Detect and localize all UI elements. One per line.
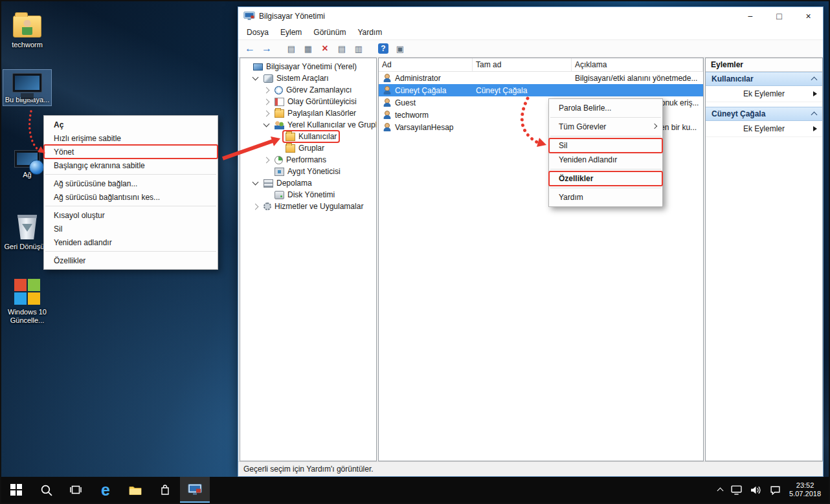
context-menu-item-label: Hızlı erişime sabitle <box>54 134 121 143</box>
tree-item[interactable]: Gruplar <box>240 142 376 154</box>
minimize-button[interactable]: − <box>735 7 765 25</box>
context-menu-item[interactable]: Yardım <box>549 190 662 204</box>
context-menu-item[interactable]: Özellikler <box>549 171 662 186</box>
context-menu-item[interactable]: Özellikler <box>44 254 218 267</box>
screen: techworm Bu bilgisaya... Ağ Geri Dönüşü.… <box>0 0 830 504</box>
action-center-icon[interactable] <box>770 485 781 495</box>
edge-button[interactable]: e <box>91 477 120 503</box>
tree-item[interactable]: Görev Zamanlayıcı <box>240 84 376 96</box>
folder-icon <box>286 144 295 153</box>
context-menu-item[interactable]: Parola Belirle... <box>549 101 662 115</box>
desktop-icon[interactable]: techworm <box>3 10 51 50</box>
tree-item[interactable]: Paylaşılan Klasörler <box>240 107 376 119</box>
context-menu-item[interactable]: Ağ sürücüsü bağlantısını kes... <box>44 190 218 204</box>
properties-icon[interactable]: ▦ <box>300 41 316 56</box>
column-header[interactable]: Açıklama <box>572 58 703 71</box>
network-icon[interactable] <box>731 485 742 495</box>
volume-icon[interactable] <box>750 485 761 495</box>
context-menu-item[interactable]: Sil <box>549 138 662 153</box>
forward-icon[interactable]: → <box>259 41 275 56</box>
file-explorer-button[interactable] <box>120 477 150 503</box>
taskbar-clock[interactable]: 23:52 5.07.2018 <box>789 481 821 498</box>
tray-chevron-up-icon[interactable] <box>717 488 724 494</box>
actions-gap <box>706 102 822 107</box>
context-menu-item[interactable]: Yeniden Adlandır <box>549 153 662 167</box>
tree-item[interactable]: Disk Yönetimi <box>240 189 376 201</box>
expand-chevron-icon[interactable] <box>264 157 270 163</box>
user-icon <box>382 74 392 82</box>
context-menu-item[interactable]: Tüm Görevler <box>549 120 662 134</box>
desktop-icon[interactable]: Bu bilgisaya... <box>3 70 51 105</box>
context-menu-item[interactable]: Yeniden adlandır <box>44 236 218 249</box>
context-menu-item[interactable]: Hızlı erişime sabitle <box>44 131 218 145</box>
menu-bar-item[interactable]: Görünüm <box>308 27 352 38</box>
collapse-chevron-icon[interactable] <box>811 77 818 83</box>
menu-bar-item[interactable]: Dosya <box>241 27 275 38</box>
context-menu-item[interactable]: Aç <box>44 118 218 131</box>
menu-bar-item[interactable]: Eylem <box>275 27 308 38</box>
action-pane-icon[interactable]: ▣ <box>392 41 408 56</box>
expand-chevron-icon[interactable] <box>264 110 270 116</box>
title-bar[interactable]: Bilgisayar Yönetimi − □ × <box>238 7 823 25</box>
tree-item[interactable]: Bilgisayar Yönetimi (Yerel) <box>240 61 376 72</box>
usersgroups-icon <box>275 121 284 129</box>
tree-item[interactable]: Depolama <box>240 177 376 189</box>
column-header[interactable]: Ad <box>379 58 473 71</box>
column-header[interactable]: Tam ad <box>473 58 572 71</box>
more-actions-selected-user[interactable]: Ek Eylemler <box>706 121 822 137</box>
menu-separator <box>45 251 216 252</box>
more-actions-users[interactable]: Ek Eylemler <box>706 86 822 102</box>
tree-item-label: Hizmetler ve Uygulamalar <box>275 202 363 211</box>
user-row[interactable]: Administrator Bilgisayarı/etki alanını y… <box>379 72 703 84</box>
context-menu-item[interactable]: Yönet <box>44 145 218 159</box>
expand-chevron-icon[interactable] <box>264 121 270 127</box>
list-view-icon[interactable]: ▤ <box>334 41 350 56</box>
expand-chevron-icon[interactable] <box>264 87 270 93</box>
show-console-tree-icon[interactable]: ▤ <box>284 41 299 56</box>
network-icon <box>14 150 40 168</box>
help-icon[interactable]: ? <box>376 41 391 56</box>
tree-item-label: Sistem Araçları <box>276 74 329 83</box>
start-button[interactable] <box>1 477 31 503</box>
expand-chevron-icon[interactable] <box>252 179 259 186</box>
collapse-chevron-icon[interactable] <box>811 112 818 118</box>
task-view-button[interactable] <box>61 477 91 503</box>
actions-group-selected-user[interactable]: Cüneyt Çağala <box>706 107 822 121</box>
computer-management-taskbar-button[interactable] <box>180 477 210 503</box>
actions-group-users[interactable]: Kullanıcılar <box>706 72 822 86</box>
context-menu-item[interactable]: Sil <box>44 222 218 236</box>
expand-chevron-icon[interactable] <box>252 74 259 81</box>
task-view-icon <box>70 484 82 496</box>
user-context-menu: Parola Belirle... Tüm Görevler Sil Yenid… <box>548 98 663 207</box>
context-menu-item[interactable]: Kısayol oluştur <box>44 208 218 222</box>
tree-item[interactable]: Performans <box>240 154 376 166</box>
user-icon <box>382 86 392 94</box>
back-icon[interactable]: ← <box>242 41 258 56</box>
user-row[interactable]: Cüneyt Çağala Cüneyt Çağala <box>379 84 703 96</box>
storage-icon <box>264 179 273 188</box>
sharedfolders-icon <box>275 109 284 118</box>
maximize-button[interactable]: □ <box>765 7 794 25</box>
context-menu-item[interactable]: Başlangıç ekranına sabitle <box>44 159 218 172</box>
expand-chevron-icon[interactable] <box>264 98 270 105</box>
tree-item[interactable]: Kullanıcılar <box>240 131 376 142</box>
tree-item[interactable]: Sistem Araçları <box>240 72 376 84</box>
user-folder-icon <box>13 16 41 38</box>
tree-item[interactable]: Aygıt Yöneticisi <box>240 166 376 177</box>
desktop-icon[interactable]: Windows 10 Güncelle... <box>3 277 51 326</box>
expand-chevron-icon[interactable] <box>252 203 259 210</box>
tree-item[interactable]: Yerel Kullanıcılar ve Gruplar <box>240 119 376 131</box>
tree-item[interactable]: Olay Görüntüleyicisi <box>240 96 376 107</box>
export-list-icon[interactable]: ▥ <box>351 41 366 56</box>
store-button[interactable] <box>150 477 180 503</box>
context-menu-item[interactable]: Ağ sürücüsüne bağlan... <box>44 177 218 190</box>
desktop-icon-label: techworm <box>3 41 51 49</box>
search-button[interactable] <box>31 477 61 503</box>
tree-item[interactable]: Hizmetler ve Uygulamalar <box>240 201 376 212</box>
status-text: Geçerli seçim için Yardım'ı görüntüler. <box>243 465 374 474</box>
menu-bar-item[interactable]: Yardım <box>352 27 388 38</box>
menu-separator <box>45 174 216 175</box>
folder-icon <box>286 133 295 141</box>
delete-icon[interactable]: × <box>317 41 333 56</box>
close-button[interactable]: × <box>794 7 823 25</box>
